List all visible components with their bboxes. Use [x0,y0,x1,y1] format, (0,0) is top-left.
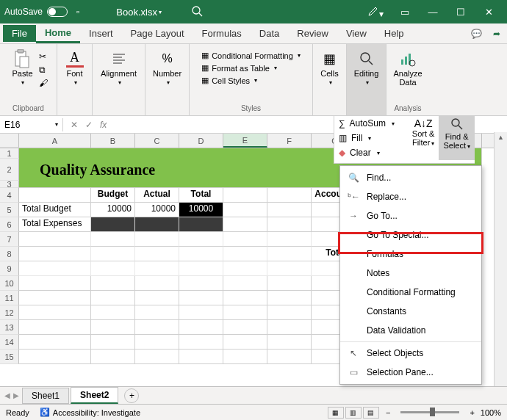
cell-label[interactable]: Total Expenses [19,217,91,232]
cell[interactable] [179,217,223,232]
next-sheet-icon[interactable]: ▶ [13,391,19,399]
col-header[interactable]: B [91,134,135,148]
cell[interactable] [91,305,135,320]
tab-file[interactable]: File [3,25,36,42]
find-select-button[interactable]: Find & Select▾ [439,116,475,160]
cell[interactable] [135,232,179,247]
menu-data-validation[interactable]: Data Validation [340,321,481,340]
namebox-dropdown-icon[interactable]: ▾ [55,121,58,128]
cell[interactable] [223,232,267,247]
comments-icon[interactable]: 💬 [466,29,486,39]
cell[interactable] [267,276,312,291]
row-header[interactable]: 4 [0,188,19,203]
banner-title[interactable]: Quality Assurance [19,159,312,181]
row-header[interactable]: 11 [0,291,19,305]
cells-button[interactable]: ▦ Cells▾ [317,47,341,89]
row-header[interactable]: 5 [0,203,19,217]
row-header[interactable]: 8 [0,247,19,261]
tab-home[interactable]: Home [36,24,80,43]
col-header[interactable]: E [223,134,267,148]
cell[interactable] [223,148,267,159]
cell[interactable] [135,276,179,291]
number-button[interactable]: % Number▾ [150,47,184,89]
minimize-button[interactable]: — [419,1,447,23]
row-header[interactable]: 6 [0,217,19,232]
format-painter-icon[interactable]: 🖌 [39,78,48,88]
zoom-level[interactable]: 100% [481,408,501,417]
cell[interactable] [135,320,179,335]
row-header[interactable]: 13 [0,320,19,335]
row-header[interactable]: 3 [0,181,19,188]
tab-page-layout[interactable]: Page Layout [122,25,193,42]
alignment-button[interactable]: Alignment▾ [98,47,140,89]
cell[interactable] [19,148,91,159]
col-header[interactable]: D [179,134,223,148]
tab-formulas[interactable]: Formulas [193,25,251,42]
col-header[interactable]: A [19,134,91,148]
menu-conditional-formatting[interactable]: Conditional Formatting [340,283,481,302]
accept-formula-icon[interactable]: ✓ [85,120,93,130]
pen-icon[interactable]: ▾ [367,5,384,19]
cell[interactable] [267,335,312,350]
menu-selection-pane[interactable]: ▭Selection Pane... [340,363,481,382]
cell[interactable] [19,232,91,247]
cell-label[interactable]: Total Budget [19,203,91,217]
cell[interactable] [267,148,312,159]
menu-constants[interactable]: Constants [340,302,481,321]
row-header[interactable]: 9 [0,261,19,276]
editing-button[interactable]: Editing▾ [351,47,382,89]
tab-view[interactable]: View [337,25,375,42]
row-header[interactable]: 7 [0,232,19,247]
row-header[interactable]: 1 [0,148,19,159]
row-header[interactable]: 2 [0,159,19,181]
sheet-tab-1[interactable]: Sheet1 [22,388,69,404]
filename-dropdown-icon[interactable]: ▾ [159,9,162,15]
zoom-slider[interactable] [400,411,459,413]
prev-sheet-icon[interactable]: ◀ [4,391,10,399]
cell[interactable] [135,335,179,350]
zoom-out-button[interactable]: − [386,408,390,417]
cell[interactable] [19,320,91,335]
cell[interactable] [223,188,267,203]
view-normal-button[interactable]: ▦ [328,407,344,419]
sheet-tab-2[interactable]: Sheet2 [71,387,118,404]
cell[interactable] [91,261,135,276]
cell[interactable] [91,217,135,232]
cell[interactable] [223,291,267,305]
scroll-up-icon[interactable]: ▲ [495,132,507,142]
cell[interactable] [267,232,312,247]
menu-select-objects[interactable]: ↖Select Objects [340,344,481,363]
analyze-data-button[interactable]: Analyze Data [390,47,425,90]
cell[interactable] [223,261,267,276]
cell[interactable] [135,247,179,261]
cell[interactable] [179,291,223,305]
cell[interactable] [179,350,223,364]
accessibility-icon[interactable]: ♿ [40,408,50,417]
cell[interactable] [19,291,91,305]
menu-goto-special[interactable]: Go To Special... [340,225,481,245]
cell-styles-button[interactable]: ▦Cell Styles▾ [201,75,257,86]
tab-help[interactable]: Help [375,25,413,42]
autosave-toggle[interactable]: AutoSave [4,7,68,17]
cell[interactable] [267,203,312,217]
cell[interactable]: 10000 [179,203,223,217]
tab-review[interactable]: Review [288,25,337,42]
format-as-table-button[interactable]: ▦Format as Table▾ [201,62,277,73]
quicksave-icon[interactable]: ▫ [76,7,79,17]
cell[interactable] [223,276,267,291]
cell[interactable] [19,305,91,320]
cell[interactable] [223,203,267,217]
cell[interactable] [91,320,135,335]
cell[interactable] [267,305,312,320]
cell[interactable] [91,247,135,261]
row-header[interactable]: 10 [0,276,19,291]
cell[interactable] [135,291,179,305]
cell[interactable] [91,232,135,247]
row-header[interactable]: 14 [0,335,19,350]
maximize-button[interactable]: ☐ [447,1,475,23]
cell[interactable] [135,305,179,320]
cell[interactable] [19,276,91,291]
menu-notes[interactable]: Notes [340,264,481,283]
clear-button[interactable]: ◆Clear ▾ [334,145,408,160]
cell[interactable] [179,148,223,159]
